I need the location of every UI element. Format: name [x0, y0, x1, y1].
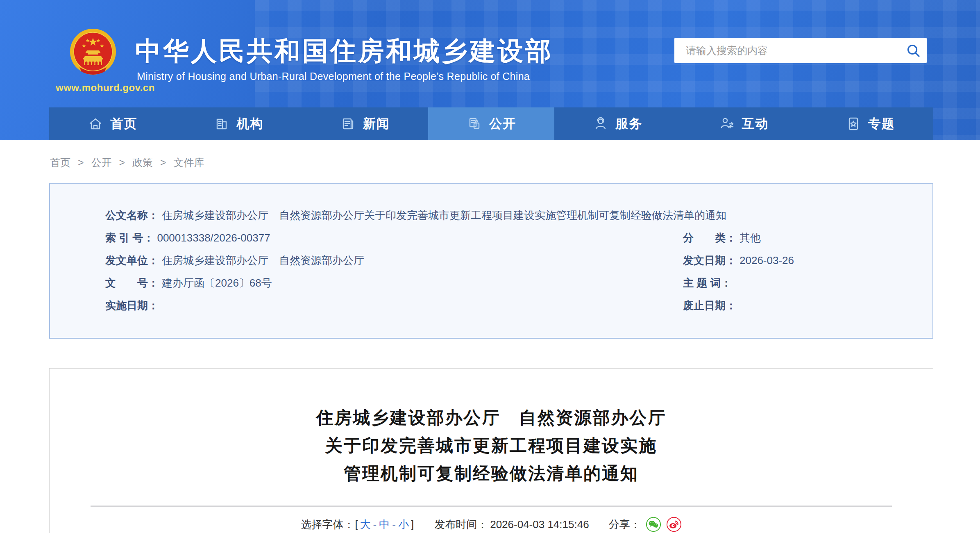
font-size-dash: -: [392, 518, 396, 531]
breadcrumb-separator: >: [119, 157, 125, 168]
share-weibo-button[interactable]: [666, 517, 682, 532]
home-icon: [87, 116, 104, 132]
nav-item-label: 首页: [110, 115, 137, 132]
share-wechat-button[interactable]: [646, 517, 661, 532]
breadcrumb: 首页 > 公开 > 政策 > 文件库: [50, 156, 980, 168]
meta-value: 2026-03-26: [740, 254, 794, 267]
search-button[interactable]: [900, 38, 927, 63]
nav-item-home[interactable]: 首页: [49, 107, 175, 140]
publish-time-label: 发布时间：: [434, 517, 488, 532]
meta-label: 实施日期：: [105, 298, 159, 313]
breadcrumb-item-disclosure[interactable]: 公开: [91, 157, 112, 168]
title-divider: [91, 506, 892, 507]
meta-row-index: 索 引 号： 000013338/2026-00377 分 类： 其他: [105, 227, 920, 249]
meta-label: 分 类：: [683, 231, 736, 245]
nav-item-label: 专题: [868, 115, 895, 132]
breadcrumb-separator: >: [160, 157, 166, 168]
breadcrumb-separator: >: [78, 157, 84, 168]
search-icon: [905, 43, 921, 58]
meta-row-dates: 实施日期： 废止日期：: [105, 294, 920, 317]
disclosure-icon: [466, 116, 483, 132]
topics-icon: [845, 116, 862, 132]
publish-time-value: 2026-04-03 14:15:46: [490, 518, 589, 531]
meta-value: 住房城乡建设部办公厅 自然资源部办公厅关于印发完善城市更新工程项目建设实施管理机…: [162, 208, 726, 223]
document-title-line: 住房城乡建设部办公厅 自然资源部办公厅: [50, 404, 933, 432]
document-toolbar: 选择字体： [ 大 - 中 - 小 ] 发布时间： 2026-04-03 14:…: [50, 517, 933, 532]
meta-label: 发文单位：: [105, 253, 159, 268]
nav-item-label: 互动: [742, 115, 769, 132]
service-icon: [592, 116, 609, 132]
meta-label: 发文日期：: [683, 253, 736, 268]
meta-label: 主 题 词：: [683, 276, 731, 290]
document-meta-panel: 公文名称： 住房城乡建设部办公厅 自然资源部办公厅关于印发完善城市更新工程项目建…: [49, 183, 933, 339]
nav-item-label: 服务: [615, 115, 642, 132]
site-subtitle-en: Ministry of Housing and Urban-Rural Deve…: [137, 71, 530, 82]
font-size-label: 选择字体：: [301, 517, 354, 532]
meta-row-issuer: 发文单位： 住房城乡建设部办公厅 自然资源部办公厅 发文日期： 2026-03-…: [105, 249, 920, 272]
nav-item-label: 公开: [489, 115, 516, 132]
site-logo-link[interactable]: ★ ★ ★ ★ ★: [69, 26, 117, 81]
font-size-small-link[interactable]: 小: [398, 517, 409, 532]
breadcrumb-item-library[interactable]: 文件库: [174, 157, 204, 168]
meta-label: 废止日期：: [683, 298, 736, 313]
organization-icon: [213, 116, 230, 132]
document-title-line: 管理机制可复制经验做法清单的通知: [50, 460, 933, 487]
bracket-close: ]: [411, 518, 414, 531]
national-emblem-icon: ★ ★ ★ ★ ★: [69, 26, 117, 80]
nav-item-label: 机构: [236, 115, 263, 132]
search-bar: [674, 38, 927, 63]
share-group: 分享：: [609, 517, 682, 532]
main-nav: 首页 机构 新闻 公开: [49, 107, 933, 140]
nav-item-topics[interactable]: 专题: [807, 107, 933, 140]
weibo-icon: [666, 517, 682, 532]
site-title[interactable]: 中华人民共和国住房和城乡建设部: [135, 34, 553, 69]
breadcrumb-item-home[interactable]: 首页: [50, 157, 70, 168]
meta-label: 索 引 号：: [105, 231, 154, 245]
meta-value: 住房城乡建设部办公厅 自然资源部办公厅: [162, 253, 364, 268]
nav-item-news[interactable]: 新闻: [302, 107, 428, 140]
nav-item-organization[interactable]: 机构: [175, 107, 302, 140]
nav-item-service[interactable]: 服务: [554, 107, 681, 140]
svg-text:★: ★: [82, 43, 86, 49]
nav-item-disclosure[interactable]: 公开: [428, 107, 554, 140]
font-size-dash: -: [373, 518, 377, 531]
font-size-medium-link[interactable]: 中: [379, 517, 390, 532]
meta-value: 000013338/2026-00377: [157, 232, 270, 244]
share-label: 分享：: [609, 517, 641, 532]
site-header: ★ ★ ★ ★ ★: [0, 0, 980, 140]
svg-text:★: ★: [86, 38, 90, 43]
meta-row-title: 公文名称： 住房城乡建设部办公厅 自然资源部办公厅关于印发完善城市更新工程项目建…: [105, 204, 920, 227]
breadcrumb-item-policy[interactable]: 政策: [132, 157, 153, 168]
font-size-large-link[interactable]: 大: [360, 517, 371, 532]
news-icon: [340, 116, 356, 132]
document-title: 住房城乡建设部办公厅 自然资源部办公厅 关于印发完善城市更新工程项目建设实施 管…: [50, 404, 933, 487]
document-title-line: 关于印发完善城市更新工程项目建设实施: [50, 432, 933, 460]
publish-time-group: 发布时间： 2026-04-03 14:15:46: [434, 517, 589, 532]
font-size-selector: 选择字体： [ 大 - 中 - 小 ]: [301, 517, 415, 532]
site-url: www.mohurd.gov.cn: [56, 82, 179, 93]
bracket-open: [: [355, 518, 358, 531]
interaction-icon: [719, 116, 735, 132]
meta-row-docnumber: 文 号： 建办厅函〔2026〕68号 主 题 词：: [105, 272, 920, 294]
document-panel: 住房城乡建设部办公厅 自然资源部办公厅 关于印发完善城市更新工程项目建设实施 管…: [49, 368, 933, 533]
search-input[interactable]: [685, 44, 900, 57]
meta-label: 文 号：: [105, 276, 159, 290]
nav-item-interaction[interactable]: 互动: [681, 107, 807, 140]
meta-label: 公文名称：: [105, 208, 159, 223]
svg-text:★: ★: [100, 43, 104, 49]
meta-value: 其他: [740, 231, 761, 245]
wechat-icon: [646, 517, 661, 532]
svg-text:★: ★: [96, 38, 101, 43]
nav-item-label: 新闻: [363, 115, 390, 132]
meta-value: 建办厅函〔2026〕68号: [162, 276, 272, 290]
page: ★ ★ ★ ★ ★: [0, 0, 980, 533]
